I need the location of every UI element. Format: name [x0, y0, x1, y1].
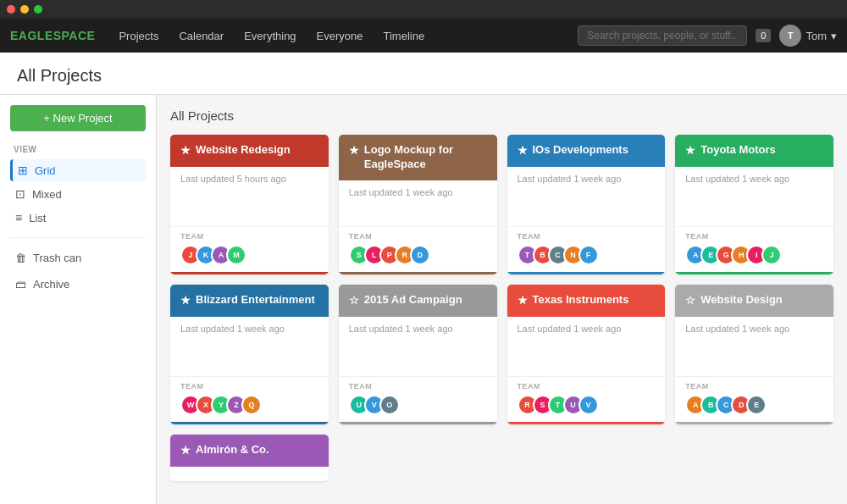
- card-header: ★ IOs Developments: [507, 135, 666, 167]
- project-card-logo-mockup[interactable]: ★ Logo Mockup for EagleSpace Last update…: [339, 135, 497, 274]
- card-accent-bar: [675, 272, 833, 274]
- avatar: F: [579, 245, 599, 265]
- team-avatars: U V O: [349, 395, 487, 415]
- sidebar-item-mixed[interactable]: ⊡ Mixed: [10, 183, 146, 205]
- star-icon: ★: [180, 444, 191, 458]
- search-input[interactable]: [578, 25, 747, 46]
- avatar: V: [579, 395, 599, 415]
- avatar: D: [410, 245, 430, 265]
- sidebar-grid-label: Grid: [35, 164, 56, 177]
- project-card-blizzard[interactable]: ★ Blizzard Entertainment Last updated 1 …: [170, 285, 329, 424]
- card-body: Last updated 1 week ago: [507, 317, 666, 376]
- card-header: ★ Almirón & Co.: [170, 435, 329, 467]
- card-footer: TEAM T B C N F: [507, 226, 666, 272]
- avatar: J: [761, 245, 782, 265]
- card-header: ☆ Website Design: [675, 285, 833, 317]
- star-icon: ☆: [685, 294, 695, 308]
- star-icon: ★: [685, 144, 695, 158]
- card-title: Website Design: [700, 293, 783, 307]
- sidebar-divider: [10, 237, 146, 238]
- project-card-ios[interactable]: ★ IOs Developments Last updated 1 week a…: [507, 135, 666, 274]
- card-header: ☆ 2015 Ad Campaign: [339, 285, 497, 317]
- nav-everyone[interactable]: Everyone: [307, 19, 374, 53]
- new-project-button[interactable]: + New Project: [10, 105, 146, 131]
- star-icon: ★: [349, 144, 359, 158]
- projects-grid: ★ Website Redesign Last updated 5 hours …: [170, 135, 833, 481]
- team-label: TEAM: [349, 232, 487, 241]
- sidebar-item-grid[interactable]: ⊞ Grid: [10, 159, 146, 181]
- card-footer: TEAM S L P R D: [339, 226, 497, 272]
- user-avatar: T: [779, 25, 801, 47]
- card-title: 2015 Ad Campaign: [364, 293, 462, 307]
- trash-icon: 🗑: [15, 252, 26, 264]
- sidebar-trash[interactable]: 🗑 Trash can: [10, 246, 146, 269]
- star-icon: ★: [518, 144, 528, 158]
- navbar: EAGLESPACE Projects Calendar Everything …: [0, 19, 847, 53]
- nav-timeline[interactable]: Timeline: [374, 19, 435, 53]
- card-footer: TEAM J K A M: [170, 226, 329, 272]
- card-title: Almirón & Co.: [196, 443, 269, 457]
- page-header: All Projects: [0, 53, 847, 95]
- star-icon: ★: [518, 294, 528, 308]
- user-menu[interactable]: T Tom ▾: [779, 25, 837, 47]
- sidebar-list-label: List: [29, 212, 46, 224]
- page-title: All Projects: [17, 66, 830, 86]
- nav-right: 0 T Tom ▾: [756, 25, 837, 47]
- card-body: Last updated 1 week ago: [675, 167, 833, 226]
- card-title: Blizzard Entertainment: [196, 293, 315, 307]
- card-updated: Last updated 1 week ago: [349, 324, 487, 334]
- card-header: ★ Blizzard Entertainment: [170, 285, 329, 317]
- team-label: TEAM: [180, 382, 318, 390]
- card-updated: Last updated 1 week ago: [518, 324, 656, 334]
- minimize-dot[interactable]: [20, 5, 29, 14]
- team-avatars: A E G H I J: [685, 245, 823, 265]
- close-dot[interactable]: [7, 5, 15, 14]
- team-label: TEAM: [518, 232, 656, 241]
- avatar: Q: [241, 395, 262, 415]
- card-footer: TEAM A E G H I J: [675, 226, 833, 272]
- card-title: Toyota Motors: [700, 143, 776, 158]
- maximize-dot[interactable]: [34, 5, 42, 14]
- team-avatars: W X Y Z Q: [180, 395, 318, 415]
- card-header: ★ Texas Instruments: [507, 285, 666, 317]
- view-section-label: VIEW: [10, 145, 146, 154]
- card-footer: TEAM U V O: [339, 376, 497, 422]
- card-accent-bar: [507, 272, 666, 274]
- card-header: ★ Logo Mockup for EagleSpace: [339, 135, 497, 180]
- card-accent-bar: [170, 272, 329, 274]
- card-updated: Last updated 1 week ago: [685, 174, 823, 184]
- nav-everything[interactable]: Everything: [234, 19, 306, 53]
- card-body: Last updated 1 week ago: [507, 167, 666, 226]
- card-updated: Last updated 1 week ago: [685, 324, 823, 334]
- project-card-almiron[interactable]: ★ Almirón & Co.: [170, 435, 329, 481]
- avatar: E: [746, 395, 767, 415]
- card-accent-bar: [339, 422, 497, 424]
- user-chevron-icon: ▾: [831, 30, 837, 42]
- avatar: O: [379, 395, 400, 415]
- title-bar: [0, 0, 847, 19]
- star-icon: ★: [180, 144, 191, 158]
- page: All Projects + New Project VIEW ⊞ Grid ⊡…: [0, 53, 847, 504]
- team-label: TEAM: [518, 382, 656, 390]
- sidebar: + New Project VIEW ⊞ Grid ⊡ Mixed ≡ List…: [0, 95, 157, 504]
- nav-projects[interactable]: Projects: [108, 19, 169, 53]
- sidebar-archive[interactable]: 🗃 Archive: [10, 273, 146, 296]
- team-label: TEAM: [685, 232, 823, 241]
- project-card-ad-campaign[interactable]: ☆ 2015 Ad Campaign Last updated 1 week a…: [339, 285, 497, 424]
- nav-calendar[interactable]: Calendar: [169, 19, 234, 53]
- notification-badge[interactable]: 0: [756, 29, 771, 42]
- card-footer: TEAM R S T U V: [507, 376, 666, 422]
- project-card-texas-instruments[interactable]: ★ Texas Instruments Last updated 1 week …: [507, 285, 666, 424]
- brand-logo[interactable]: EAGLESPACE: [10, 29, 95, 42]
- page-body: + New Project VIEW ⊞ Grid ⊡ Mixed ≡ List…: [0, 95, 847, 504]
- project-card-toyota[interactable]: ★ Toyota Motors Last updated 1 week ago …: [675, 135, 833, 274]
- team-label: TEAM: [180, 232, 318, 241]
- card-title: Website Redesign: [196, 143, 291, 158]
- star-icon: ★: [180, 294, 191, 308]
- project-card-website-redesign[interactable]: ★ Website Redesign Last updated 5 hours …: [170, 135, 329, 274]
- card-title: IOs Developments: [533, 143, 628, 158]
- sidebar-item-list[interactable]: ≡ List: [10, 207, 146, 229]
- card-updated: Last updated 1 week ago: [349, 187, 487, 197]
- sidebar-mixed-label: Mixed: [32, 188, 62, 201]
- project-card-website-design[interactable]: ☆ Website Design Last updated 1 week ago…: [675, 285, 833, 424]
